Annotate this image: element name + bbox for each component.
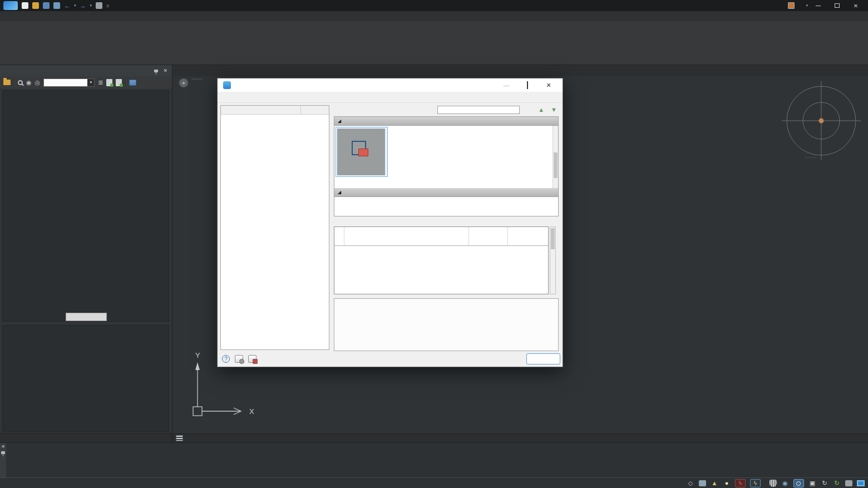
fullscreen-icon[interactable] (857, 480, 865, 486)
next-result-icon[interactable]: ▼ (549, 106, 559, 113)
ribbon (0, 21, 868, 65)
zoom-icon[interactable] (793, 479, 804, 487)
dialog-close-button[interactable]: ✕ (540, 82, 557, 89)
prev-result-icon[interactable]: ▲ (536, 106, 546, 113)
undo-icon[interactable]: ← (64, 2, 70, 9)
minimize-button[interactable] (809, 1, 827, 11)
print-icon[interactable] (96, 2, 102, 9)
col-total (508, 227, 548, 245)
classifier-section-lifting[interactable]: ◢ (334, 188, 558, 197)
save-all-icon[interactable] (53, 2, 60, 9)
pan-icon[interactable] (770, 480, 777, 487)
import-button[interactable] (66, 313, 107, 321)
axis-x-label: X (249, 407, 254, 416)
bulb-icon[interactable]: ● (723, 479, 731, 487)
orbit-icon[interactable]: ↻ (821, 479, 828, 487)
viewport-save-icon[interactable] (845, 480, 852, 486)
materials-header (334, 227, 548, 246)
layouts-icon[interactable] (176, 435, 183, 441)
classifier-toolbar: ▲ ▼ (334, 105, 559, 115)
axis-y-label: Y (195, 351, 200, 359)
viewport-menu-icon[interactable]: + (179, 78, 188, 87)
ifc-toolbar: ◉ ◎ ▾ ≣ (0, 76, 172, 88)
dialog-footer-icons: ? (222, 355, 257, 363)
close-button[interactable]: ✕ (847, 1, 865, 11)
lightning-off-toggle[interactable]: ϟ (735, 479, 746, 487)
section-collapse-icon: ◢ (338, 190, 341, 195)
restore-button[interactable] (828, 1, 846, 11)
app-logo-icon[interactable] (3, 1, 18, 10)
dialog-minimize-button[interactable]: — (498, 82, 515, 88)
workspace-icon[interactable]: ◇ (687, 479, 694, 487)
search-input[interactable] (437, 106, 520, 114)
classifier-list: ◢ ◢ (334, 116, 559, 216)
close-command-icon[interactable]: ✕ (1, 444, 5, 449)
panel-tabs (0, 433, 172, 442)
dialog-icon (223, 81, 231, 89)
filter-select[interactable]: ▾ (43, 78, 95, 87)
classifier-scrollbar[interactable] (553, 126, 558, 188)
show-lens-icon[interactable]: ◉ (781, 479, 789, 487)
zoom-window-icon[interactable]: ▣ (808, 479, 816, 487)
dialog-titlebar[interactable]: — ✕ (218, 78, 563, 92)
ribbon-tab-row (0, 11, 868, 21)
classifier-item-selected[interactable] (336, 127, 388, 177)
ifc-panel: ◉ ◎ ▾ ≣ (0, 76, 172, 442)
show-all-icon[interactable]: ◉ (26, 79, 32, 86)
ifc-details-area[interactable] (2, 325, 169, 432)
quick-access-toolbar: ←▾ →▾ ≡ (22, 2, 110, 9)
compass-view-pill[interactable] (805, 157, 817, 158)
statusbar-right: ◇ ▲ ● ϟ ϟ ◉ ▣ ↻ ↻ (682, 479, 865, 487)
ucs-lightning-toggle[interactable]: ϟ (750, 479, 761, 487)
redo-icon[interactable]: → (80, 2, 86, 9)
document-tabs (172, 65, 177, 76)
section-collapse-icon: ◢ (338, 119, 341, 124)
dialog-help-icon[interactable]: ? (222, 355, 230, 363)
monitor-icon[interactable] (699, 480, 706, 486)
view-label-pill[interactable] (191, 78, 203, 80)
ifc-panel-header: ✕ (0, 65, 172, 76)
titlebar: ←▾ →▾ ≡ ▾ ✕ (0, 0, 868, 11)
open-file-icon[interactable] (32, 2, 39, 9)
ok-button[interactable] (526, 353, 560, 364)
toolbar-options-icon[interactable]: ≡ (106, 3, 110, 9)
pin-command-icon[interactable] (1, 451, 5, 454)
command-line-panel: ✕ (0, 442, 868, 477)
view-compass[interactable] (780, 79, 863, 162)
dialog-maximize-button[interactable] (519, 82, 536, 88)
window-settings-icon[interactable] (235, 355, 243, 363)
status-bar: ◇ ▲ ● ϟ ϟ ◉ ▣ ↻ ↻ (0, 477, 868, 488)
regen-icon[interactable]: ↻ (833, 479, 841, 487)
list-view-icon[interactable]: ≣ (98, 79, 103, 86)
help-dropdown-icon[interactable]: ▾ (806, 3, 808, 8)
export-ifc-icon[interactable] (116, 79, 122, 86)
command-panel-side: ✕ (0, 443, 6, 477)
filter-dropdown-icon[interactable]: ▾ (87, 79, 94, 86)
table-settings-icon[interactable] (129, 80, 136, 86)
open-folder-icon[interactable] (3, 80, 11, 85)
classifier-items (334, 126, 558, 188)
hide-all-icon[interactable]: ◎ (35, 79, 41, 86)
pin-icon[interactable] (154, 70, 158, 72)
redo-dropdown-icon[interactable]: ▾ (90, 3, 92, 8)
table-tool-icon[interactable] (788, 2, 795, 9)
save-icon[interactable] (43, 2, 50, 9)
new-file-icon[interactable] (22, 2, 28, 9)
close-panel-icon[interactable]: ✕ (163, 68, 167, 73)
help-button[interactable] (796, 1, 805, 11)
command-history[interactable] (6, 443, 868, 477)
parameters-header (221, 106, 329, 115)
window-controls: ▾ ✕ (788, 1, 865, 11)
materials-scrollbar[interactable] (550, 226, 556, 294)
classifier-section-warehouses[interactable]: ◢ (334, 117, 558, 126)
storage-area-thumbnail (337, 129, 385, 175)
storage-area-dialog: — ✕ ▲ ▼ ◢ (217, 78, 563, 367)
ifc-tree-area[interactable] (2, 90, 169, 322)
selection-cursor-icon[interactable]: ▲ (711, 479, 718, 487)
undo-dropdown-icon[interactable]: ▾ (74, 3, 76, 8)
import-ifc-icon[interactable] (106, 79, 112, 86)
parameters-pane (220, 105, 329, 350)
dialog-menubar (218, 92, 563, 103)
window-record-icon[interactable] (248, 355, 257, 363)
search-icon[interactable] (18, 80, 23, 85)
